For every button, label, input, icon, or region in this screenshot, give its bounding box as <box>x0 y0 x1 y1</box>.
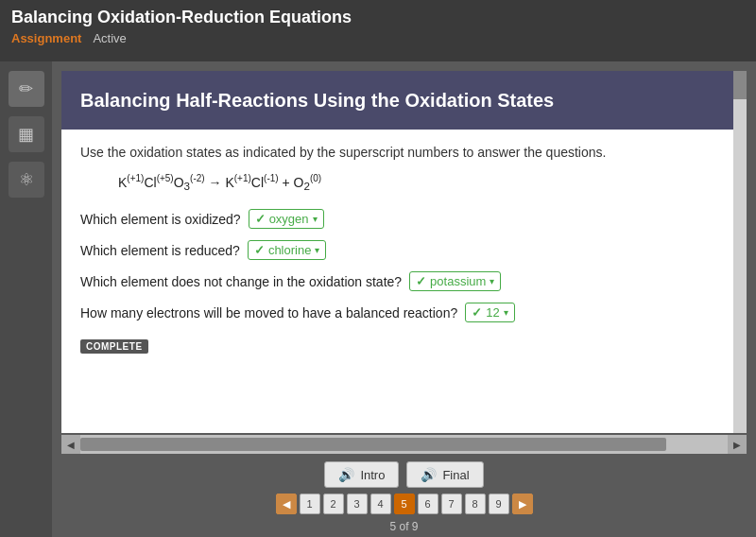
complete-badge: COMPLETE <box>80 339 148 354</box>
horizontal-scrollbar-thumb[interactable] <box>80 438 666 451</box>
scroll-left-button[interactable]: ◀ <box>61 435 80 454</box>
pencil-icon[interactable]: ✏ <box>9 71 44 107</box>
bottom-controls: 🔊 Intro 🔊 Final ◀ 1 2 3 4 5 6 7 8 9 <box>61 454 747 537</box>
answer-dropdown-4[interactable]: ✓ 12 ▾ <box>465 303 514 322</box>
vertical-scrollbar-track <box>733 71 747 433</box>
page-counter: 5 of 9 <box>389 520 418 533</box>
next-page-button[interactable]: ▶ <box>512 494 533 514</box>
page-btn-3[interactable]: 3 <box>347 494 368 514</box>
page-btn-4[interactable]: 4 <box>370 494 391 514</box>
answer-dropdown-2[interactable]: ✓ chlorine ▾ <box>248 240 327 260</box>
page-btn-2[interactable]: 2 <box>323 494 344 514</box>
content-wrapper: Balancing Half-Reactions Using the Oxida… <box>52 61 756 537</box>
equation: K(+1)Cl(+5)O3(-2) → K(+1)Cl(-1) + O2(0) <box>118 173 714 192</box>
pagination: ◀ 1 2 3 4 5 6 7 8 9 ▶ <box>276 494 533 514</box>
question-row-1: Which element is oxidized? ✓ oxygen ▾ <box>80 209 714 229</box>
audio-buttons: 🔊 Intro 🔊 Final <box>324 461 483 488</box>
page-btn-8[interactable]: 8 <box>465 494 486 514</box>
main-area: ✏ ▦ ⚛ Balancing Half-Reactions Using the… <box>0 61 756 537</box>
question-text-4: How many electrons will be moved to have… <box>80 305 457 320</box>
complete-badge-wrapper: COMPLETE <box>80 334 714 354</box>
panel-body: Use the oxidation states as indicated by… <box>61 130 733 369</box>
question-text-3: Which element does not change in the oxi… <box>80 274 402 289</box>
chevron-down-icon: ▾ <box>313 214 318 224</box>
prev-page-button[interactable]: ◀ <box>276 494 297 514</box>
atom-icon[interactable]: ⚛ <box>9 162 44 198</box>
top-meta: Assignment Active <box>11 31 745 45</box>
panel-heading: Balancing Half-Reactions Using the Oxida… <box>61 71 733 130</box>
page-btn-7[interactable]: 7 <box>441 494 462 514</box>
page-title: Balancing Oxidation-Reduction Equations <box>11 8 745 27</box>
chevron-down-icon: ▾ <box>490 276 494 286</box>
answer-dropdown-1[interactable]: ✓ oxygen ▾ <box>249 209 324 229</box>
active-label: Active <box>93 31 126 45</box>
sidebar: ✏ ▦ ⚛ <box>0 61 52 537</box>
scroll-right-button[interactable]: ▶ <box>728 435 747 454</box>
instruction-text: Use the oxidation states as indicated by… <box>80 145 714 160</box>
calculator-icon[interactable]: ▦ <box>9 116 44 152</box>
final-button[interactable]: 🔊 Final <box>406 461 483 488</box>
question-text-1: Which element is oxidized? <box>80 212 241 227</box>
page-btn-1[interactable]: 1 <box>300 494 320 514</box>
question-text-2: Which element is reduced? <box>80 243 240 258</box>
vertical-scrollbar-thumb[interactable] <box>733 71 747 99</box>
question-row-2: Which element is reduced? ✓ chlorine ▾ <box>80 240 714 260</box>
top-header: Balancing Oxidation-Reduction Equations … <box>0 0 756 61</box>
page-btn-5[interactable]: 5 <box>394 494 415 514</box>
speaker-icon: 🔊 <box>338 467 354 482</box>
intro-button[interactable]: 🔊 Intro <box>324 461 399 488</box>
page-btn-9[interactable]: 9 <box>489 494 509 514</box>
page-btn-6[interactable]: 6 <box>418 494 438 514</box>
chevron-down-icon: ▾ <box>315 245 319 255</box>
assignment-label: Assignment <box>11 31 81 45</box>
speaker-icon: 🔊 <box>421 467 437 482</box>
content-panel: Balancing Half-Reactions Using the Oxida… <box>61 71 733 433</box>
answer-dropdown-3[interactable]: ✓ potassium ▾ <box>409 271 501 291</box>
question-row-3: Which element does not change in the oxi… <box>80 271 714 291</box>
horizontal-scrollbar: ◀ ▶ <box>61 435 747 454</box>
scroll-container: Balancing Half-Reactions Using the Oxida… <box>61 71 747 433</box>
question-row-4: How many electrons will be moved to have… <box>80 303 714 322</box>
chevron-down-icon: ▾ <box>504 307 508 318</box>
